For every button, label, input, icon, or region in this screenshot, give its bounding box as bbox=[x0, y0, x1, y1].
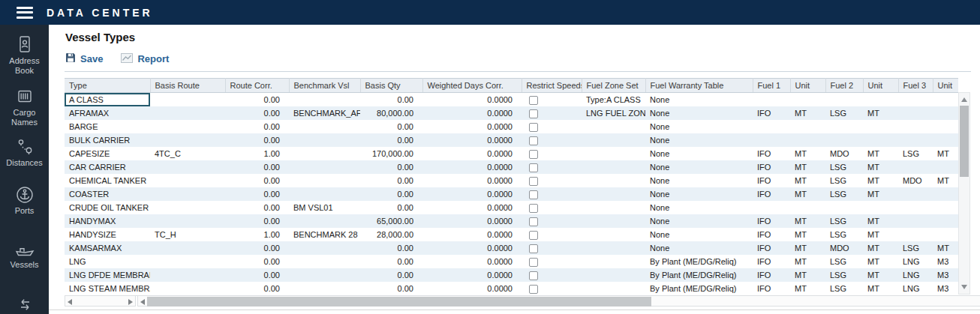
scroll-right-icon[interactable] bbox=[126, 297, 134, 307]
cell-fuel_zone_set[interactable]: LNG FUEL ZONE bbox=[582, 106, 645, 120]
cell-fuel2[interactable]: LSG bbox=[825, 106, 863, 120]
cell-weighted_days_corr[interactable]: 0.0000 bbox=[422, 201, 522, 214]
sidebar-item-vessels[interactable]: Vessels bbox=[0, 241, 49, 270]
cell-benchmark_vsl[interactable]: BM VSL01 bbox=[289, 201, 360, 214]
restrict-speeds-checkbox[interactable] bbox=[529, 217, 538, 226]
scroll-down-icon[interactable] bbox=[959, 283, 969, 292]
cell-unit1[interactable] bbox=[790, 120, 825, 133]
cell-fuel1[interactable] bbox=[753, 201, 790, 214]
cell-route_corr[interactable]: 1.00 bbox=[225, 228, 289, 241]
cell-fuel_warranty_table[interactable]: None bbox=[645, 133, 753, 147]
cell-benchmark_vsl[interactable] bbox=[289, 133, 360, 147]
cell-benchmark_vsl[interactable] bbox=[289, 93, 360, 107]
cell-route_corr[interactable]: 0.00 bbox=[225, 93, 289, 107]
cell-fuel2[interactable]: MDO bbox=[825, 147, 863, 160]
cell-restrict_speeds[interactable] bbox=[522, 133, 582, 147]
cell-fuel3[interactable]: LSG bbox=[898, 241, 933, 255]
cell-unit2[interactable]: MT bbox=[863, 187, 898, 201]
cell-basis_route[interactable] bbox=[150, 106, 225, 120]
cell-benchmark_vsl[interactable] bbox=[289, 174, 360, 187]
cell-unit3[interactable] bbox=[933, 228, 958, 241]
column-header-unit1[interactable]: Unit bbox=[790, 79, 825, 93]
cell-route_corr[interactable]: 0.00 bbox=[225, 255, 289, 268]
cell-fuel_warranty_table[interactable]: None bbox=[645, 187, 753, 201]
cell-unit2[interactable]: MT bbox=[863, 214, 898, 228]
cell-route_corr[interactable]: 0.00 bbox=[225, 268, 289, 282]
cell-unit2[interactable] bbox=[863, 120, 898, 133]
cell-unit2[interactable]: MT bbox=[863, 241, 898, 255]
cell-weighted_days_corr[interactable]: 0.0000 bbox=[422, 147, 522, 160]
cell-fuel3[interactable]: LNG bbox=[898, 255, 933, 268]
cell-fuel_zone_set[interactable] bbox=[582, 241, 645, 255]
scroll-left-icon[interactable] bbox=[66, 297, 74, 307]
cell-fuel2[interactable] bbox=[825, 120, 863, 133]
cell-unit1[interactable]: MT bbox=[790, 268, 825, 282]
column-header-fuel2[interactable]: Fuel 2 bbox=[825, 79, 863, 93]
cell-benchmark_vsl[interactable] bbox=[289, 147, 360, 160]
cell-unit1[interactable]: MT bbox=[790, 214, 825, 228]
cell-basis_qty[interactable]: 0.00 bbox=[360, 160, 422, 174]
cell-basis_qty[interactable]: 80,000.00 bbox=[360, 106, 422, 120]
cell-fuel_warranty_table[interactable]: None bbox=[645, 174, 753, 187]
cell-fuel_zone_set[interactable] bbox=[582, 133, 645, 147]
cell-route_corr[interactable]: 0.00 bbox=[225, 133, 289, 147]
cell-restrict_speeds[interactable] bbox=[522, 282, 582, 296]
cell-fuel3[interactable] bbox=[898, 228, 933, 241]
cell-restrict_speeds[interactable] bbox=[522, 120, 582, 133]
cell-fuel3[interactable] bbox=[898, 120, 933, 133]
cell-basis_route[interactable] bbox=[150, 282, 225, 296]
restrict-speeds-checkbox[interactable] bbox=[529, 244, 538, 253]
cell-fuel1[interactable] bbox=[753, 93, 790, 107]
sidebar-item-ports[interactable]: Ports bbox=[0, 186, 49, 216]
table-row[interactable]: LNG0.000.000.0000By Plant (ME/DG/Reliq)I… bbox=[65, 255, 958, 268]
cell-fuel3[interactable] bbox=[898, 201, 933, 214]
cell-unit1[interactable]: MT bbox=[790, 282, 825, 296]
cell-unit3[interactable]: MT bbox=[933, 241, 958, 255]
cell-weighted_days_corr[interactable]: 0.0000 bbox=[422, 160, 522, 174]
restrict-speeds-checkbox[interactable] bbox=[529, 258, 538, 267]
column-header-fuel1[interactable]: Fuel 1 bbox=[753, 79, 790, 93]
cell-unit2[interactable]: MT bbox=[863, 106, 898, 120]
cell-fuel3[interactable] bbox=[898, 187, 933, 201]
cell-weighted_days_corr[interactable]: 0.0000 bbox=[422, 241, 522, 255]
cell-type[interactable]: LNG STEAM MEMBRA bbox=[65, 282, 150, 296]
cell-basis_route[interactable]: TC_H bbox=[150, 228, 225, 241]
cell-type[interactable]: HANDYMAX bbox=[65, 214, 150, 228]
cell-type[interactable]: CAR CARRIER bbox=[65, 160, 150, 174]
cell-unit1[interactable] bbox=[790, 93, 825, 107]
cell-benchmark_vsl[interactable] bbox=[289, 241, 360, 255]
cell-unit2[interactable]: MT bbox=[863, 228, 898, 241]
cell-basis_route[interactable] bbox=[150, 187, 225, 201]
cell-fuel_zone_set[interactable] bbox=[582, 228, 645, 241]
cell-fuel2[interactable]: MDO bbox=[825, 241, 863, 255]
cell-type[interactable]: COASTER bbox=[65, 187, 150, 201]
cell-restrict_speeds[interactable] bbox=[522, 228, 582, 241]
table-row[interactable]: COASTER0.000.000.0000NoneIFOMTLSGMT bbox=[65, 187, 958, 201]
cell-fuel3[interactable]: LNG bbox=[898, 268, 933, 282]
cell-basis_route[interactable] bbox=[150, 255, 225, 268]
table-row[interactable]: CAPESIZE4TC_C1.00170,000.000.0000NoneIFO… bbox=[65, 147, 958, 160]
restrict-speeds-checkbox[interactable] bbox=[529, 177, 538, 186]
cell-restrict_speeds[interactable] bbox=[522, 147, 582, 160]
cell-fuel1[interactable]: IFO bbox=[753, 282, 790, 296]
cell-benchmark_vsl[interactable]: BENCHMARK 28 bbox=[289, 228, 360, 241]
horizontal-scrollbar[interactable] bbox=[137, 295, 980, 307]
column-header-benchmark_vsl[interactable]: Benchmark Vsl bbox=[289, 79, 360, 93]
cell-fuel_zone_set[interactable] bbox=[582, 282, 645, 296]
cell-route_corr[interactable]: 0.00 bbox=[225, 282, 289, 296]
cell-fuel3[interactable] bbox=[898, 106, 933, 120]
cell-type[interactable]: BARGE bbox=[65, 120, 150, 133]
cell-basis_qty[interactable]: 0.00 bbox=[360, 282, 422, 296]
cell-route_corr[interactable]: 0.00 bbox=[225, 174, 289, 187]
table-row[interactable]: A CLASS0.000.000.0000Type:A CLASSNone bbox=[65, 93, 958, 107]
cell-weighted_days_corr[interactable]: 0.0000 bbox=[422, 133, 522, 147]
report-button[interactable]: Report bbox=[121, 53, 169, 65]
cell-fuel3[interactable]: LSG bbox=[898, 147, 933, 160]
restrict-speeds-checkbox[interactable] bbox=[529, 285, 538, 294]
cell-weighted_days_corr[interactable]: 0.0000 bbox=[422, 187, 522, 201]
cell-restrict_speeds[interactable] bbox=[522, 160, 582, 174]
cell-basis_route[interactable] bbox=[150, 93, 225, 107]
cell-route_corr[interactable]: 1.00 bbox=[225, 147, 289, 160]
cell-unit1[interactable] bbox=[790, 133, 825, 147]
cell-fuel_zone_set[interactable] bbox=[582, 160, 645, 174]
